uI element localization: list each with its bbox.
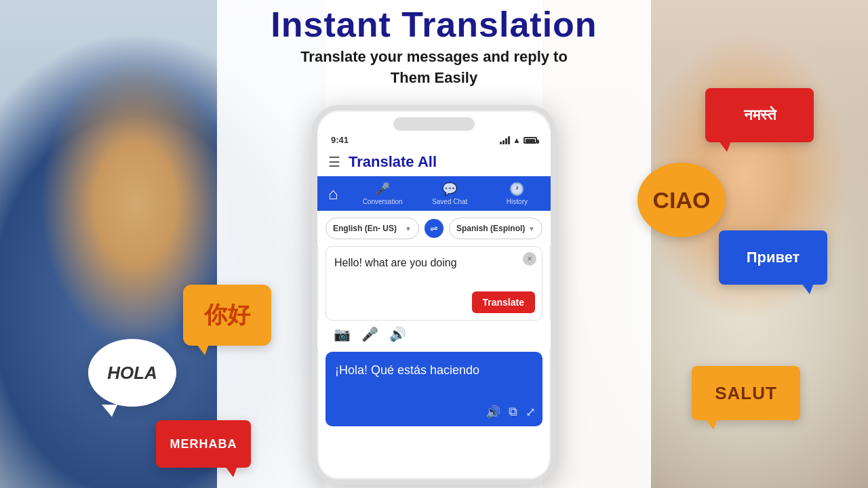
source-lang-chevron: ▼ <box>405 225 412 232</box>
wifi-icon: ▲ <box>513 136 521 145</box>
phone-mockup: 9:41 ▲ ☰ Translate All ⌂ 🎤 Conversation <box>312 105 556 485</box>
bubble-merhaba-text: MERHABA <box>170 437 237 451</box>
status-bar: 9:41 ▲ <box>317 129 551 148</box>
bubble-privet-text: Привет <box>747 249 800 266</box>
bubble-salut: SALUT <box>692 366 800 420</box>
subtitle: Translate your messages and reply to The… <box>0 47 868 89</box>
bubble-salut-text: SALUT <box>715 383 777 404</box>
camera-icon[interactable]: 📷 <box>334 326 351 342</box>
mic-icon[interactable]: 🎤 <box>361 326 378 342</box>
saved-chat-label: Saved Chat <box>432 198 467 205</box>
target-language-text: Spanish (Espinol) <box>456 224 525 233</box>
home-icon: ⌂ <box>328 184 338 203</box>
output-area: ¡Hola! Qué estás haciendo 🔊 ⧉ ⤢ <box>326 352 542 426</box>
nav-tabs: ⌂ 🎤 Conversation 💬 Saved Chat 🕐 History <box>317 176 551 211</box>
app-title: Translate All <box>349 153 437 171</box>
history-icon: 🕐 <box>509 182 524 197</box>
language-selector: English (En- US) ▼ ⇌ Spanish (Espinol) ▼ <box>317 211 551 246</box>
header-section: Instant Translation Translate your messa… <box>0 0 868 89</box>
bubble-namaste: नमस्ते <box>705 88 814 142</box>
bubble-merhaba: MERHABA <box>156 420 251 468</box>
input-area: × Hello! what are you doing Translate <box>326 246 542 321</box>
app-header: ☰ Translate All <box>317 148 551 176</box>
output-actions: 🔊 ⧉ ⤢ <box>486 405 536 420</box>
battery-icon <box>524 137 537 144</box>
output-speaker-icon[interactable]: 🔊 <box>486 405 500 420</box>
tab-conversation[interactable]: 🎤 Conversation <box>349 176 416 211</box>
main-title: Instant Translation <box>0 5 868 44</box>
bubble-namaste-text: नमस्ते <box>744 106 776 124</box>
microphone-icon: 🎤 <box>375 182 390 197</box>
bubble-hola-text: HOLA <box>107 363 157 384</box>
target-lang-chevron: ▼ <box>528 225 535 232</box>
output-copy-icon[interactable]: ⧉ <box>509 405 517 420</box>
close-icon: × <box>527 254 532 264</box>
status-icons: ▲ <box>500 136 537 145</box>
speaker-icon[interactable]: 🔊 <box>389 326 406 342</box>
target-language-button[interactable]: Spanish (Espinol) ▼ <box>449 218 542 239</box>
signal-bars-icon <box>500 136 510 144</box>
output-text: ¡Hola! Qué estás haciendo <box>335 361 533 380</box>
saved-chat-icon: 💬 <box>442 182 457 197</box>
tab-home[interactable]: ⌂ <box>317 178 349 210</box>
clear-input-button[interactable]: × <box>523 252 536 266</box>
bubble-hola: HOLA <box>88 339 176 407</box>
conversation-label: Conversation <box>363 198 403 205</box>
bubble-privet: Привет <box>719 230 827 285</box>
output-expand-icon[interactable]: ⤢ <box>526 405 536 420</box>
bubble-nihao-text: 你好 <box>204 300 250 331</box>
source-language-button[interactable]: English (En- US) ▼ <box>326 218 419 239</box>
input-text[interactable]: Hello! what are you doing <box>334 255 534 271</box>
bubble-ciao-text: CIAO <box>653 187 711 214</box>
swap-languages-button[interactable]: ⇌ <box>425 219 443 238</box>
bubble-ciao: CIAO <box>637 163 726 237</box>
history-label: History <box>507 198 528 205</box>
status-time: 9:41 <box>331 135 349 145</box>
action-icons-bar: 📷 🎤 🔊 <box>317 321 551 348</box>
tab-history[interactable]: 🕐 History <box>484 176 551 211</box>
tab-saved-chat[interactable]: 💬 Saved Chat <box>416 176 484 211</box>
bubble-nihao: 你好 <box>183 285 271 346</box>
source-language-text: English (En- US) <box>333 224 397 233</box>
translate-button[interactable]: Translate <box>472 291 535 313</box>
hamburger-icon[interactable]: ☰ <box>328 154 340 170</box>
battery-fill <box>526 139 535 143</box>
